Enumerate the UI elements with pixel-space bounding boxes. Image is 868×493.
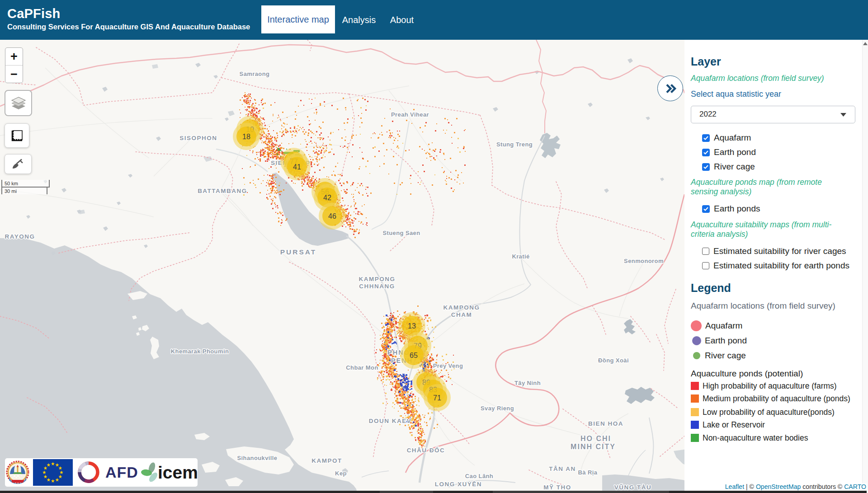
svg-text:Sihanoukville: Sihanoukville [237,455,277,461]
svg-text:Preah Vihear: Preah Vihear [391,111,429,118]
svg-text:Stueng Saen: Stueng Saen [382,230,420,236]
svg-text:MINH CITY: MINH CITY [571,443,616,451]
svg-text:CHAM: CHAM [451,311,472,318]
svg-text:Bà Rịa: Bà Rịa [578,469,598,476]
svg-text:BATTAMBANG: BATTAMBANG [198,188,247,194]
svg-text:HO CHI: HO CHI [580,435,611,442]
svg-text:AFD: AFD [105,464,138,481]
svg-text:CHHNANG: CHHNANG [359,283,395,290]
svg-text:RAYONG: RAYONG [5,233,35,240]
svg-text:CHÂU ĐỐC: CHÂU ĐỐC [407,447,445,454]
svg-text:DOUN KAEV: DOUN KAEV [369,418,412,424]
svg-text:Chbar Mon: Chbar Mon [346,364,378,371]
svg-text:Svay Rieng: Svay Rieng [481,405,514,412]
svg-text:18: 18 [242,133,250,141]
svg-text:Senmonorom: Senmonorom [624,258,664,264]
svg-text:PURSAT: PURSAT [280,248,317,256]
svg-text:KAMPONG: KAMPONG [443,304,480,311]
svg-text:BIEN HOA: BIEN HOA [588,420,623,427]
svg-text:icem: icem [158,463,198,482]
svg-text:SISOPHON: SISOPHON [179,135,217,141]
svg-text:Kratié: Kratié [512,253,529,260]
svg-text:Cao Lãnh: Cao Lãnh [465,473,493,479]
svg-text:41: 41 [293,163,301,171]
svg-text:VŨNG TÀU: VŨNG TÀU [614,484,652,491]
svg-text:KAMPONG: KAMPONG [359,276,396,282]
svg-text:Khemarak Phoumin: Khemarak Phoumin [171,348,229,355]
svg-text:LONG XUYÊN: LONG XUYÊN [435,481,482,488]
svg-text:71: 71 [433,394,441,402]
svg-text:46: 46 [328,212,336,220]
svg-text:Samraong: Samraong [240,70,270,77]
svg-text:65: 65 [410,352,418,359]
svg-text:Stung Treng: Stung Treng [496,141,533,148]
svg-text:Prey Veng: Prey Veng [433,362,463,369]
svg-text:Tây Ninh: Tây Ninh [514,380,541,386]
svg-text:42: 42 [323,194,331,202]
svg-text:Đồng Xoài: Đồng Xoài [598,357,629,364]
svg-text:MỸ THO: MỸ THO [543,484,571,491]
svg-text:TÂN AN: TÂN AN [549,465,576,472]
svg-text:KAMPOT: KAMPOT [311,457,342,464]
svg-text:13: 13 [408,322,416,330]
svg-text:Kep: Kep [335,470,347,477]
